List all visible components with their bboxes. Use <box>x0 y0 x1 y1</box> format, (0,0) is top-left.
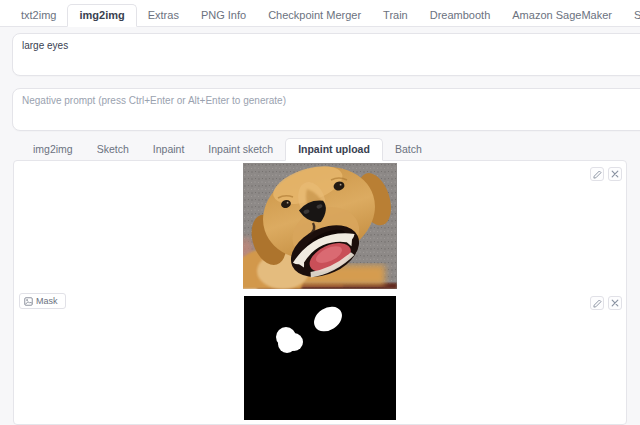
image-icon <box>24 297 33 306</box>
main-tab-img2img[interactable]: img2img <box>67 4 136 27</box>
mode-tab-sketch[interactable]: Sketch <box>85 139 141 160</box>
mask-image-picture <box>244 296 396 420</box>
x-icon <box>611 299 619 307</box>
x-icon <box>611 170 619 178</box>
remove-mask-button[interactable] <box>608 296 622 310</box>
main-tab-bar: txt2img img2img Extras PNG Info Checkpoi… <box>0 0 640 27</box>
edit-image-button[interactable] <box>590 167 604 181</box>
mask-image-dropzone[interactable]: Mask <box>14 290 626 422</box>
mask-image-label: Mask <box>19 293 66 309</box>
main-tab-extras[interactable]: Extras <box>137 5 190 26</box>
main-tab-train[interactable]: Train <box>372 5 419 26</box>
main-tab-png-info[interactable]: PNG Info <box>190 5 257 26</box>
pencil-icon <box>593 170 602 179</box>
mask-image-label-text: Mask <box>36 296 58 306</box>
main-tab-txt2img[interactable]: txt2img <box>10 5 67 26</box>
base-image-dropzone[interactable] <box>14 161 626 290</box>
mode-tab-img2img[interactable]: img2img <box>21 139 85 160</box>
mode-tab-batch[interactable]: Batch <box>383 139 434 160</box>
mode-tab-inpaint[interactable]: Inpaint <box>141 139 197 160</box>
remove-image-button[interactable] <box>608 167 622 181</box>
mode-tab-inpaint-upload[interactable]: Inpaint upload <box>285 138 383 161</box>
negative-prompt-input[interactable] <box>12 88 640 131</box>
prompt-input[interactable]: large eyes <box>12 33 640 76</box>
base-image-actions <box>590 167 622 181</box>
img2img-mode-tab-bar: img2img Sketch Inpaint Inpaint sketch In… <box>21 138 640 160</box>
pencil-icon <box>593 299 602 308</box>
negative-prompt-row <box>12 88 640 131</box>
mode-tab-inpaint-sketch[interactable]: Inpaint sketch <box>196 139 285 160</box>
base-image-dog-photo <box>243 163 397 289</box>
main-tab-checkpoint-merger[interactable]: Checkpoint Merger <box>257 5 372 26</box>
edit-mask-button[interactable] <box>590 296 604 310</box>
main-tab-amazon-sagemaker[interactable]: Amazon SageMaker <box>501 5 623 26</box>
main-tab-dreambooth[interactable]: Dreambooth <box>419 5 502 26</box>
inpaint-upload-panel: Mask <box>13 160 627 425</box>
main-tab-settings[interactable]: Settings <box>623 5 640 26</box>
prompt-row: large eyes <box>12 33 640 76</box>
mask-image-actions <box>590 296 622 310</box>
